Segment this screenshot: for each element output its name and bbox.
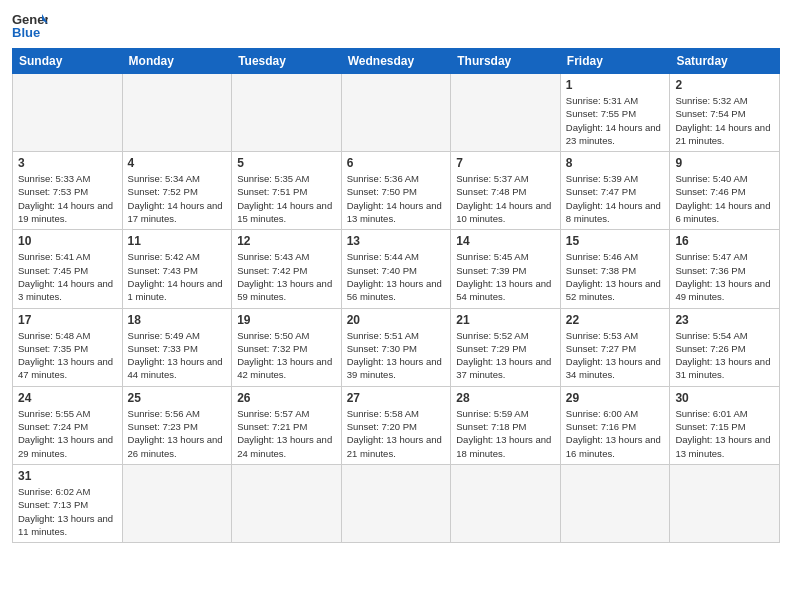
calendar-cell-w5d0: 31Sunrise: 6:02 AM Sunset: 7:13 PM Dayli… xyxy=(13,464,123,542)
day-info: Sunrise: 6:02 AM Sunset: 7:13 PM Dayligh… xyxy=(18,485,117,538)
day-info: Sunrise: 6:01 AM Sunset: 7:15 PM Dayligh… xyxy=(675,407,774,460)
day-info: Sunrise: 5:52 AM Sunset: 7:29 PM Dayligh… xyxy=(456,329,555,382)
page-header: General Blue xyxy=(12,10,780,40)
logo-icon: General Blue xyxy=(12,10,48,40)
day-info: Sunrise: 5:51 AM Sunset: 7:30 PM Dayligh… xyxy=(347,329,446,382)
day-number: 4 xyxy=(128,156,227,170)
day-info: Sunrise: 5:50 AM Sunset: 7:32 PM Dayligh… xyxy=(237,329,336,382)
calendar-week-0: 1Sunrise: 5:31 AM Sunset: 7:55 PM Daylig… xyxy=(13,74,780,152)
day-number: 10 xyxy=(18,234,117,248)
day-info: Sunrise: 5:32 AM Sunset: 7:54 PM Dayligh… xyxy=(675,94,774,147)
calendar-cell-w4d3: 27Sunrise: 5:58 AM Sunset: 7:20 PM Dayli… xyxy=(341,386,451,464)
day-info: Sunrise: 5:45 AM Sunset: 7:39 PM Dayligh… xyxy=(456,250,555,303)
day-number: 17 xyxy=(18,313,117,327)
day-info: Sunrise: 5:31 AM Sunset: 7:55 PM Dayligh… xyxy=(566,94,665,147)
day-info: Sunrise: 5:44 AM Sunset: 7:40 PM Dayligh… xyxy=(347,250,446,303)
calendar-cell-w1d5: 8Sunrise: 5:39 AM Sunset: 7:47 PM Daylig… xyxy=(560,152,670,230)
day-info: Sunrise: 5:37 AM Sunset: 7:48 PM Dayligh… xyxy=(456,172,555,225)
day-info: Sunrise: 5:43 AM Sunset: 7:42 PM Dayligh… xyxy=(237,250,336,303)
day-info: Sunrise: 5:33 AM Sunset: 7:53 PM Dayligh… xyxy=(18,172,117,225)
day-info: Sunrise: 5:42 AM Sunset: 7:43 PM Dayligh… xyxy=(128,250,227,303)
day-info: Sunrise: 5:48 AM Sunset: 7:35 PM Dayligh… xyxy=(18,329,117,382)
calendar-week-3: 17Sunrise: 5:48 AM Sunset: 7:35 PM Dayli… xyxy=(13,308,780,386)
calendar-cell-w2d2: 12Sunrise: 5:43 AM Sunset: 7:42 PM Dayli… xyxy=(232,230,342,308)
calendar-cell-w2d4: 14Sunrise: 5:45 AM Sunset: 7:39 PM Dayli… xyxy=(451,230,561,308)
day-number: 6 xyxy=(347,156,446,170)
day-number: 31 xyxy=(18,469,117,483)
weekday-saturday: Saturday xyxy=(670,49,780,74)
logo: General Blue xyxy=(12,10,48,40)
calendar-cell-w4d6: 30Sunrise: 6:01 AM Sunset: 7:15 PM Dayli… xyxy=(670,386,780,464)
day-number: 11 xyxy=(128,234,227,248)
day-number: 15 xyxy=(566,234,665,248)
day-info: Sunrise: 5:46 AM Sunset: 7:38 PM Dayligh… xyxy=(566,250,665,303)
day-number: 25 xyxy=(128,391,227,405)
calendar-cell-w3d6: 23Sunrise: 5:54 AM Sunset: 7:26 PM Dayli… xyxy=(670,308,780,386)
calendar-cell-w3d5: 22Sunrise: 5:53 AM Sunset: 7:27 PM Dayli… xyxy=(560,308,670,386)
day-number: 30 xyxy=(675,391,774,405)
calendar-cell-w4d2: 26Sunrise: 5:57 AM Sunset: 7:21 PM Dayli… xyxy=(232,386,342,464)
day-number: 27 xyxy=(347,391,446,405)
calendar-week-5: 31Sunrise: 6:02 AM Sunset: 7:13 PM Dayli… xyxy=(13,464,780,542)
day-info: Sunrise: 5:34 AM Sunset: 7:52 PM Dayligh… xyxy=(128,172,227,225)
calendar-cell-w5d2 xyxy=(232,464,342,542)
calendar-cell-w2d3: 13Sunrise: 5:44 AM Sunset: 7:40 PM Dayli… xyxy=(341,230,451,308)
calendar-cell-w1d1: 4Sunrise: 5:34 AM Sunset: 7:52 PM Daylig… xyxy=(122,152,232,230)
calendar-cell-w2d1: 11Sunrise: 5:42 AM Sunset: 7:43 PM Dayli… xyxy=(122,230,232,308)
day-info: Sunrise: 5:47 AM Sunset: 7:36 PM Dayligh… xyxy=(675,250,774,303)
calendar-cell-w0d6: 2Sunrise: 5:32 AM Sunset: 7:54 PM Daylig… xyxy=(670,74,780,152)
day-number: 16 xyxy=(675,234,774,248)
calendar-cell-w3d2: 19Sunrise: 5:50 AM Sunset: 7:32 PM Dayli… xyxy=(232,308,342,386)
weekday-thursday: Thursday xyxy=(451,49,561,74)
weekday-monday: Monday xyxy=(122,49,232,74)
day-number: 13 xyxy=(347,234,446,248)
day-info: Sunrise: 5:49 AM Sunset: 7:33 PM Dayligh… xyxy=(128,329,227,382)
day-number: 26 xyxy=(237,391,336,405)
calendar-cell-w1d6: 9Sunrise: 5:40 AM Sunset: 7:46 PM Daylig… xyxy=(670,152,780,230)
day-info: Sunrise: 5:39 AM Sunset: 7:47 PM Dayligh… xyxy=(566,172,665,225)
day-number: 1 xyxy=(566,78,665,92)
day-number: 22 xyxy=(566,313,665,327)
calendar-cell-w2d5: 15Sunrise: 5:46 AM Sunset: 7:38 PM Dayli… xyxy=(560,230,670,308)
day-info: Sunrise: 5:36 AM Sunset: 7:50 PM Dayligh… xyxy=(347,172,446,225)
weekday-header-row: SundayMondayTuesdayWednesdayThursdayFrid… xyxy=(13,49,780,74)
day-number: 19 xyxy=(237,313,336,327)
weekday-friday: Friday xyxy=(560,49,670,74)
calendar-cell-w0d4 xyxy=(451,74,561,152)
day-number: 9 xyxy=(675,156,774,170)
calendar-cell-w4d0: 24Sunrise: 5:55 AM Sunset: 7:24 PM Dayli… xyxy=(13,386,123,464)
calendar-cell-w0d1 xyxy=(122,74,232,152)
day-number: 3 xyxy=(18,156,117,170)
day-info: Sunrise: 5:35 AM Sunset: 7:51 PM Dayligh… xyxy=(237,172,336,225)
day-number: 28 xyxy=(456,391,555,405)
calendar-cell-w1d3: 6Sunrise: 5:36 AM Sunset: 7:50 PM Daylig… xyxy=(341,152,451,230)
calendar-cell-w1d2: 5Sunrise: 5:35 AM Sunset: 7:51 PM Daylig… xyxy=(232,152,342,230)
day-info: Sunrise: 5:41 AM Sunset: 7:45 PM Dayligh… xyxy=(18,250,117,303)
day-number: 24 xyxy=(18,391,117,405)
day-info: Sunrise: 5:54 AM Sunset: 7:26 PM Dayligh… xyxy=(675,329,774,382)
day-number: 21 xyxy=(456,313,555,327)
day-number: 14 xyxy=(456,234,555,248)
calendar-cell-w5d1 xyxy=(122,464,232,542)
day-number: 29 xyxy=(566,391,665,405)
day-info: Sunrise: 5:57 AM Sunset: 7:21 PM Dayligh… xyxy=(237,407,336,460)
calendar-cell-w2d6: 16Sunrise: 5:47 AM Sunset: 7:36 PM Dayli… xyxy=(670,230,780,308)
calendar-cell-w5d3 xyxy=(341,464,451,542)
calendar-cell-w1d4: 7Sunrise: 5:37 AM Sunset: 7:48 PM Daylig… xyxy=(451,152,561,230)
calendar-cell-w4d4: 28Sunrise: 5:59 AM Sunset: 7:18 PM Dayli… xyxy=(451,386,561,464)
day-info: Sunrise: 5:58 AM Sunset: 7:20 PM Dayligh… xyxy=(347,407,446,460)
calendar-cell-w0d5: 1Sunrise: 5:31 AM Sunset: 7:55 PM Daylig… xyxy=(560,74,670,152)
day-number: 5 xyxy=(237,156,336,170)
day-number: 20 xyxy=(347,313,446,327)
day-info: Sunrise: 5:55 AM Sunset: 7:24 PM Dayligh… xyxy=(18,407,117,460)
day-info: Sunrise: 5:53 AM Sunset: 7:27 PM Dayligh… xyxy=(566,329,665,382)
day-number: 23 xyxy=(675,313,774,327)
calendar-cell-w2d0: 10Sunrise: 5:41 AM Sunset: 7:45 PM Dayli… xyxy=(13,230,123,308)
calendar-cell-w4d1: 25Sunrise: 5:56 AM Sunset: 7:23 PM Dayli… xyxy=(122,386,232,464)
day-number: 7 xyxy=(456,156,555,170)
calendar-cell-w5d4 xyxy=(451,464,561,542)
calendar-cell-w3d3: 20Sunrise: 5:51 AM Sunset: 7:30 PM Dayli… xyxy=(341,308,451,386)
day-info: Sunrise: 5:56 AM Sunset: 7:23 PM Dayligh… xyxy=(128,407,227,460)
calendar-cell-w5d5 xyxy=(560,464,670,542)
calendar-cell-w4d5: 29Sunrise: 6:00 AM Sunset: 7:16 PM Dayli… xyxy=(560,386,670,464)
